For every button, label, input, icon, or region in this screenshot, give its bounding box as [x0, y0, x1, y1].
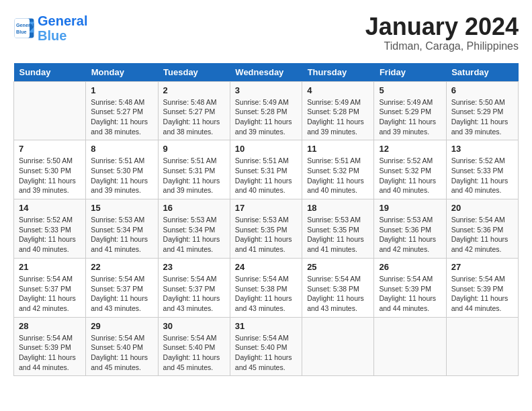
day-number: 31	[235, 321, 297, 331]
day-number: 8	[91, 144, 152, 154]
calendar-cell	[374, 317, 446, 376]
logo-icon: General Blue	[13, 17, 35, 39]
calendar-week-row: 14Sunrise: 5:52 AMSunset: 5:33 PMDayligh…	[14, 199, 519, 259]
day-info: Sunrise: 5:53 AMSunset: 5:34 PMDaylight:…	[91, 215, 152, 255]
day-info: Sunrise: 5:51 AMSunset: 5:32 PMDaylight:…	[307, 156, 369, 195]
calendar-cell: 24Sunrise: 5:54 AMSunset: 5:38 PMDayligh…	[230, 258, 302, 317]
day-info: Sunrise: 5:54 AMSunset: 5:38 PMDaylight:…	[235, 274, 297, 314]
day-info: Sunrise: 5:54 AMSunset: 5:39 PMDaylight:…	[19, 333, 81, 373]
day-info: Sunrise: 5:54 AMSunset: 5:36 PMDaylight:…	[451, 215, 513, 255]
calendar-subtitle: Tidman, Caraga, Philippines	[365, 40, 519, 52]
day-info: Sunrise: 5:54 AMSunset: 5:39 PMDaylight:…	[451, 274, 513, 314]
logo: General Blue GeneralBlue	[13, 13, 87, 43]
calendar-cell: 20Sunrise: 5:54 AMSunset: 5:36 PMDayligh…	[446, 199, 518, 259]
calendar-week-row: 1Sunrise: 5:48 AMSunset: 5:27 PMDaylight…	[14, 81, 519, 140]
calendar-cell: 5Sunrise: 5:49 AMSunset: 5:29 PMDaylight…	[374, 81, 446, 140]
day-info: Sunrise: 5:51 AMSunset: 5:31 PMDaylight:…	[235, 156, 297, 195]
calendar-cell: 14Sunrise: 5:52 AMSunset: 5:33 PMDayligh…	[14, 199, 86, 259]
day-number: 27	[451, 262, 513, 272]
calendar-cell: 27Sunrise: 5:54 AMSunset: 5:39 PMDayligh…	[446, 258, 518, 317]
day-number: 29	[91, 321, 152, 331]
page-header: General Blue GeneralBlue January 2024 Ti…	[13, 13, 519, 52]
day-info: Sunrise: 5:50 AMSunset: 5:30 PMDaylight:…	[19, 156, 81, 195]
day-info: Sunrise: 5:52 AMSunset: 5:33 PMDaylight:…	[19, 215, 81, 255]
day-number: 17	[235, 203, 297, 213]
day-of-week-header: Wednesday	[230, 63, 302, 82]
day-of-week-header: Saturday	[446, 63, 518, 82]
day-info: Sunrise: 5:53 AMSunset: 5:35 PMDaylight:…	[307, 215, 369, 255]
day-number: 30	[163, 321, 225, 331]
day-of-week-header: Thursday	[302, 63, 374, 82]
calendar-cell: 7Sunrise: 5:50 AMSunset: 5:30 PMDaylight…	[14, 140, 86, 199]
day-info: Sunrise: 5:54 AMSunset: 5:37 PMDaylight:…	[163, 274, 225, 314]
calendar-week-row: 21Sunrise: 5:54 AMSunset: 5:37 PMDayligh…	[14, 258, 519, 317]
day-number: 22	[91, 262, 152, 272]
day-number: 6	[451, 85, 513, 95]
day-number: 3	[235, 85, 297, 95]
day-of-week-header: Tuesday	[158, 63, 230, 82]
day-of-week-header: Friday	[374, 63, 446, 82]
header-row: SundayMondayTuesdayWednesdayThursdayFrid…	[14, 63, 519, 82]
day-number: 23	[163, 262, 225, 272]
day-of-week-header: Sunday	[14, 63, 86, 82]
day-number: 16	[163, 203, 225, 213]
day-number: 1	[91, 85, 152, 95]
day-info: Sunrise: 5:48 AMSunset: 5:27 PMDaylight:…	[91, 97, 152, 137]
calendar-cell: 1Sunrise: 5:48 AMSunset: 5:27 PMDaylight…	[86, 81, 158, 140]
calendar-cell: 15Sunrise: 5:53 AMSunset: 5:34 PMDayligh…	[86, 199, 158, 259]
day-info: Sunrise: 5:54 AMSunset: 5:37 PMDaylight:…	[19, 274, 81, 314]
day-number: 7	[19, 144, 81, 154]
day-info: Sunrise: 5:51 AMSunset: 5:30 PMDaylight:…	[91, 156, 152, 195]
day-number: 2	[163, 85, 225, 95]
calendar-cell	[446, 317, 518, 376]
day-info: Sunrise: 5:49 AMSunset: 5:29 PMDaylight:…	[379, 97, 441, 137]
day-number: 24	[235, 262, 297, 272]
day-number: 25	[307, 262, 369, 272]
calendar-cell: 18Sunrise: 5:53 AMSunset: 5:35 PMDayligh…	[302, 199, 374, 259]
day-info: Sunrise: 5:50 AMSunset: 5:29 PMDaylight:…	[451, 97, 513, 137]
day-number: 11	[307, 144, 369, 154]
calendar-cell: 23Sunrise: 5:54 AMSunset: 5:37 PMDayligh…	[158, 258, 230, 317]
svg-text:Blue: Blue	[16, 29, 27, 35]
calendar-cell: 31Sunrise: 5:54 AMSunset: 5:40 PMDayligh…	[230, 317, 302, 376]
calendar-cell: 30Sunrise: 5:54 AMSunset: 5:40 PMDayligh…	[158, 317, 230, 376]
day-of-week-header: Monday	[86, 63, 158, 82]
day-info: Sunrise: 5:52 AMSunset: 5:33 PMDaylight:…	[451, 156, 513, 195]
day-info: Sunrise: 5:49 AMSunset: 5:28 PMDaylight:…	[235, 97, 297, 137]
calendar-cell: 16Sunrise: 5:53 AMSunset: 5:34 PMDayligh…	[158, 199, 230, 259]
day-number: 15	[91, 203, 152, 213]
calendar-cell: 11Sunrise: 5:51 AMSunset: 5:32 PMDayligh…	[302, 140, 374, 199]
calendar-cell: 25Sunrise: 5:54 AMSunset: 5:38 PMDayligh…	[302, 258, 374, 317]
calendar-title: January 2024	[365, 13, 519, 40]
day-number: 12	[379, 144, 441, 154]
day-number: 14	[19, 203, 81, 213]
day-number: 4	[307, 85, 369, 95]
day-info: Sunrise: 5:54 AMSunset: 5:38 PMDaylight:…	[307, 274, 369, 314]
day-info: Sunrise: 5:51 AMSunset: 5:31 PMDaylight:…	[163, 156, 225, 195]
calendar-cell	[302, 317, 374, 376]
calendar-cell: 9Sunrise: 5:51 AMSunset: 5:31 PMDaylight…	[158, 140, 230, 199]
calendar-cell: 26Sunrise: 5:54 AMSunset: 5:39 PMDayligh…	[374, 258, 446, 317]
day-info: Sunrise: 5:54 AMSunset: 5:40 PMDaylight:…	[163, 333, 225, 373]
day-number: 5	[379, 85, 441, 95]
calendar-cell: 4Sunrise: 5:49 AMSunset: 5:28 PMDaylight…	[302, 81, 374, 140]
day-info: Sunrise: 5:52 AMSunset: 5:32 PMDaylight:…	[379, 156, 441, 195]
logo-text: GeneralBlue	[38, 13, 87, 43]
calendar-week-row: 28Sunrise: 5:54 AMSunset: 5:39 PMDayligh…	[14, 317, 519, 376]
day-info: Sunrise: 5:48 AMSunset: 5:27 PMDaylight:…	[163, 97, 225, 137]
day-info: Sunrise: 5:49 AMSunset: 5:28 PMDaylight:…	[307, 97, 369, 137]
day-info: Sunrise: 5:53 AMSunset: 5:35 PMDaylight:…	[235, 215, 297, 255]
day-number: 26	[379, 262, 441, 272]
calendar-cell: 3Sunrise: 5:49 AMSunset: 5:28 PMDaylight…	[230, 81, 302, 140]
calendar-cell: 22Sunrise: 5:54 AMSunset: 5:37 PMDayligh…	[86, 258, 158, 317]
calendar-cell: 2Sunrise: 5:48 AMSunset: 5:27 PMDaylight…	[158, 81, 230, 140]
day-info: Sunrise: 5:54 AMSunset: 5:40 PMDaylight:…	[91, 333, 152, 373]
day-info: Sunrise: 5:54 AMSunset: 5:40 PMDaylight:…	[235, 333, 297, 373]
calendar-table: SundayMondayTuesdayWednesdayThursdayFrid…	[13, 63, 519, 377]
calendar-cell: 19Sunrise: 5:53 AMSunset: 5:36 PMDayligh…	[374, 199, 446, 259]
day-info: Sunrise: 5:53 AMSunset: 5:34 PMDaylight:…	[163, 215, 225, 255]
day-info: Sunrise: 5:54 AMSunset: 5:37 PMDaylight:…	[91, 274, 152, 314]
title-block: January 2024 Tidman, Caraga, Philippines	[365, 13, 519, 52]
day-number: 20	[451, 203, 513, 213]
calendar-cell	[14, 81, 86, 140]
